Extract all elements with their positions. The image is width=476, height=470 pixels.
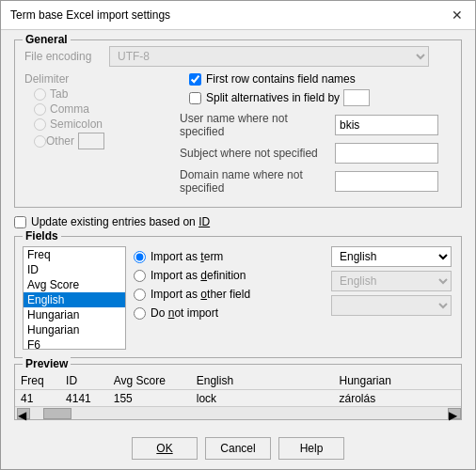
import-as-def-row: Import as definition: [134, 269, 324, 282]
other-label: Other: [46, 134, 74, 148]
dialog-body: General File encoding UTF-8 Delimiter Ta…: [1, 30, 475, 430]
general-content: Delimiter Tab Comma Semicolon: [24, 72, 452, 199]
file-encoding-select[interactable]: UTF-8: [109, 46, 429, 67]
table-header-row: Freq ID Avg Score English Hungarian: [15, 372, 461, 390]
fields-group: Fields Freq ID Avg Score English Hungari…: [14, 236, 462, 358]
username-row: User name where not specified: [180, 112, 452, 138]
cell-english: lock: [191, 390, 278, 407]
preview-table: Freq ID Avg Score English Hungarian 41 4…: [15, 372, 461, 406]
semicolon-radio[interactable]: [34, 118, 46, 131]
split-alt-checkbox[interactable]: [189, 92, 201, 104]
domain-label: Domain name where not specified: [180, 168, 335, 195]
delimiter-label: Delimiter: [24, 72, 170, 86]
h-scroll-left-arrow[interactable]: ◀: [17, 408, 30, 419]
dialog: Term base Excel import settings ✕ Genera…: [0, 0, 476, 470]
col-id: ID: [60, 372, 108, 390]
username-input[interactable]: [335, 115, 438, 135]
file-encoding-row: File encoding UTF-8: [24, 46, 452, 67]
update-row: Update existing entries based on ID: [14, 215, 462, 228]
col-freq: Freq: [15, 372, 60, 390]
import-as-term-row: Import as term: [134, 250, 324, 263]
import-as-term-label: Import as term: [151, 250, 223, 263]
list-item[interactable]: F6: [24, 337, 125, 350]
cell-hungarian: zárolás: [334, 390, 462, 407]
lang-select-3[interactable]: [331, 295, 452, 316]
semicolon-radio-row: Semicolon: [34, 118, 170, 131]
import-as-other-radio[interactable]: [134, 289, 146, 301]
general-group: General File encoding UTF-8 Delimiter Ta…: [14, 39, 462, 208]
table-row: 41 4141 155 lock zárolás: [15, 390, 461, 407]
domain-row: Domain name where not specified: [180, 168, 452, 195]
subject-row: Subject where not specified: [180, 143, 452, 164]
cell-id: 4141: [60, 390, 108, 407]
comma-radio[interactable]: [34, 103, 46, 116]
other-input[interactable]: [78, 133, 104, 149]
col-empty: [278, 372, 334, 390]
general-label: General: [23, 33, 71, 46]
general-right: First row contains field names Split alt…: [170, 72, 452, 199]
list-item[interactable]: Hungarian: [24, 307, 125, 322]
import-as-other-label: Import as other field: [151, 288, 250, 301]
title-bar: Term base Excel import settings ✕: [1, 1, 475, 30]
general-left: Delimiter Tab Comma Semicolon: [24, 72, 170, 199]
update-checkbox[interactable]: [14, 216, 26, 228]
update-label: Update existing entries based on ID: [31, 215, 210, 228]
do-not-import-radio[interactable]: [134, 307, 146, 320]
lang-select-2[interactable]: English: [331, 271, 452, 291]
list-item[interactable]: Hungarian: [24, 322, 125, 337]
tab-label: Tab: [50, 87, 68, 101]
other-row: Other: [34, 133, 170, 149]
domain-input[interactable]: [335, 171, 438, 192]
fields-list[interactable]: Freq ID Avg Score English Hungarian Hung…: [23, 246, 126, 350]
dialog-footer: OK Cancel Help: [1, 430, 475, 469]
fields-label: Fields: [23, 229, 61, 243]
preview-group: Preview Freq ID Avg Score English Hungar…: [14, 364, 462, 420]
list-item[interactable]: ID: [24, 262, 125, 277]
file-encoding-label: File encoding: [24, 50, 109, 63]
preview-table-wrapper[interactable]: Freq ID Avg Score English Hungarian 41 4…: [15, 372, 461, 406]
subject-input[interactable]: [335, 143, 438, 164]
h-scroll-thumb[interactable]: [43, 408, 71, 419]
cell-avg: 155: [108, 390, 191, 407]
cell-empty: [278, 390, 334, 407]
import-as-term-radio[interactable]: [134, 251, 146, 263]
list-item[interactable]: Freq: [24, 247, 125, 262]
tab-radio[interactable]: [34, 88, 46, 101]
first-row-checkbox-row: First row contains field names: [189, 72, 452, 86]
h-scroll-right-arrow[interactable]: ▶: [448, 408, 461, 419]
semicolon-label: Semicolon: [50, 118, 103, 131]
cell-freq: 41: [15, 390, 60, 407]
col-english: English: [191, 372, 278, 390]
subject-label: Subject where not specified: [180, 147, 335, 160]
list-item[interactable]: Avg Score: [24, 277, 125, 292]
ok-button[interactable]: OK: [132, 437, 198, 460]
fields-content: Freq ID Avg Score English Hungarian Hung…: [23, 246, 453, 350]
other-radio[interactable]: [34, 135, 46, 148]
comma-radio-row: Comma: [34, 102, 170, 116]
username-label: User name where not specified: [180, 112, 335, 138]
import-as-other-row: Import as other field: [134, 288, 324, 301]
cancel-button[interactable]: Cancel: [205, 437, 271, 460]
first-row-label: First row contains field names: [206, 72, 356, 86]
dialog-title: Term base Excel import settings: [10, 8, 170, 22]
split-alt-label: Split alternatives in field by: [206, 91, 340, 104]
do-not-import-label: Do not import: [151, 306, 218, 320]
fields-right: English English: [331, 246, 453, 350]
first-row-checkbox[interactable]: [189, 73, 201, 86]
fields-middle: Import as term Import as definition Impo…: [134, 246, 324, 350]
split-alt-input[interactable]: [343, 89, 370, 106]
preview-label: Preview: [23, 357, 71, 370]
col-avg: Avg Score: [108, 372, 191, 390]
horizontal-scrollbar[interactable]: ◀ ▶: [15, 406, 461, 419]
close-button[interactable]: ✕: [449, 7, 466, 24]
comma-label: Comma: [50, 102, 89, 116]
help-button[interactable]: Help: [278, 437, 344, 460]
import-as-def-label: Import as definition: [151, 269, 246, 282]
lang-select-1[interactable]: English: [331, 246, 452, 267]
list-item[interactable]: English: [24, 292, 125, 307]
col-hungarian: Hungarian: [334, 372, 462, 390]
tab-radio-row: Tab: [34, 87, 170, 101]
split-alt-checkbox-row: Split alternatives in field by: [189, 89, 452, 106]
do-not-import-row: Do not import: [134, 306, 324, 320]
import-as-def-radio[interactable]: [134, 270, 146, 282]
